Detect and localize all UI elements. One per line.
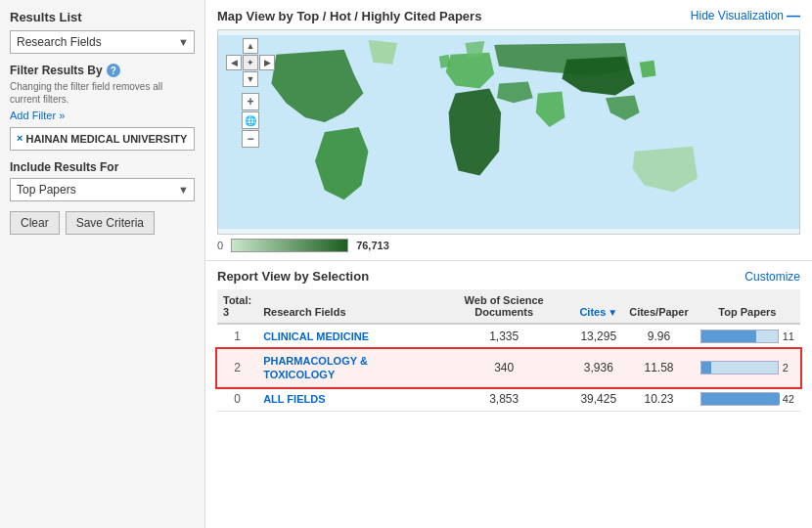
clear-button[interactable]: Clear: [10, 211, 60, 235]
map-area: Map View by Top / Hot / Highly Cited Pap…: [205, 0, 812, 261]
field-link[interactable]: ALL FIELDS: [263, 393, 325, 405]
table-row: 1 CLINICAL MEDICINE 1,335 13,295 9.96 11: [217, 324, 800, 349]
bar-num: 42: [783, 393, 794, 405]
map-header: Map View by Top / Hot / Highly Cited Pap…: [217, 8, 800, 23]
table-header-row: Report View by Selection Customize: [217, 269, 800, 284]
world-map[interactable]: ▲ ◀ ✦ ▶ ▼ + 🌐 −: [217, 29, 800, 235]
hide-visualization-button[interactable]: Hide Visualization —: [691, 8, 800, 23]
filter-title: Filter Results By: [10, 64, 103, 77]
map-controls: ▲ ◀ ✦ ▶ ▼ + 🌐 −: [226, 38, 275, 148]
field-link[interactable]: PHARMACOLOGY & TOXICOLOGY: [263, 355, 368, 380]
hide-viz-icon: —: [787, 8, 800, 23]
table-area: Report View by Selection Customize Total…: [205, 261, 812, 528]
table-row: 2 PHARMACOLOGY & TOXICOLOGY 340 3,936 11…: [217, 349, 800, 387]
cites-label: Cites: [579, 306, 606, 318]
row-field: CLINICAL MEDICINE: [257, 324, 434, 349]
row-rank: 1: [217, 324, 257, 349]
add-filter-link[interactable]: Add Filter »: [10, 110, 195, 121]
map-title: Map View by Top / Hot / Highly Cited Pap…: [217, 9, 481, 23]
row-cites: 3,936: [573, 349, 623, 387]
col-research-fields: Research Fields: [257, 289, 434, 324]
map-svg: [218, 30, 799, 234]
filter-title-row: Filter Results By ?: [10, 64, 195, 77]
row-cites-paper: 10.23: [623, 387, 695, 412]
bar-cell: 42: [700, 392, 794, 406]
filter-remove-icon[interactable]: ×: [17, 132, 23, 144]
col-cites-paper: Cites/Paper: [623, 289, 695, 324]
include-select-wrapper: Top Papers Hot Papers Highly Cited Paper…: [10, 178, 195, 201]
legend-max-label: 76,713: [356, 240, 389, 251]
bar-fill: [701, 393, 780, 405]
total-label: Total:: [223, 294, 251, 306]
table-header-row-el: Total: 3 Research Fields Web of Science …: [217, 289, 800, 324]
row-top-papers: 2: [695, 349, 800, 387]
row-documents: 3,853: [434, 387, 573, 412]
results-list-title: Results List: [10, 10, 195, 24]
row-field: PHARMACOLOGY & TOXICOLOGY: [257, 349, 434, 387]
row-field: ALL FIELDS: [257, 387, 434, 412]
row-rank: 2: [217, 349, 257, 387]
total-header: Total: 3: [217, 289, 257, 324]
row-cites-paper: 9.96: [623, 324, 695, 349]
row-top-papers: 11: [695, 324, 800, 349]
bar-background: [700, 392, 779, 406]
bar-cell: 2: [700, 361, 794, 374]
bar-background: [700, 330, 779, 343]
pan-center-icon: ✦: [243, 55, 258, 70]
filter-help-icon[interactable]: ?: [107, 64, 120, 77]
table-body: 1 CLINICAL MEDICINE 1,335 13,295 9.96 11…: [217, 324, 800, 412]
row-cites-paper: 11.58: [623, 349, 695, 387]
legend-min-label: 0: [217, 240, 223, 251]
pan-control: ▲ ◀ ✦ ▶ ▼: [226, 38, 275, 87]
row-top-papers: 42: [695, 387, 800, 412]
customize-link[interactable]: Customize: [744, 270, 800, 284]
pan-right-button[interactable]: ▶: [259, 55, 275, 70]
results-table: Total: 3 Research Fields Web of Science …: [217, 289, 800, 412]
field-link[interactable]: CLINICAL MEDICINE: [263, 330, 369, 342]
filter-note: Changing the filter field removes all cu…: [10, 80, 195, 106]
hide-viz-label: Hide Visualization: [691, 9, 784, 22]
col-top-papers: Top Papers: [695, 289, 800, 324]
sidebar: Results List Research Fields Countries/R…: [0, 0, 205, 528]
filter-tag: × HAINAN MEDICAL UNIVERSITY: [10, 127, 195, 151]
row-cites: 39,425: [573, 387, 623, 412]
include-select[interactable]: Top Papers Hot Papers Highly Cited Paper…: [10, 178, 195, 201]
col-documents: Web of Science Documents: [434, 289, 573, 324]
bar-fill: [701, 362, 711, 374]
map-legend: 0 76,713: [217, 239, 800, 252]
row-documents: 1,335: [434, 324, 573, 349]
total-value: 3: [223, 306, 229, 318]
button-row: Clear Save Criteria: [10, 211, 195, 235]
bar-fill: [701, 330, 756, 342]
row-cites: 13,295: [573, 324, 623, 349]
bar-background: [700, 361, 779, 374]
filter-tag-text: HAINAN MEDICAL UNIVERSITY: [25, 132, 187, 146]
pan-down-button[interactable]: ▼: [243, 71, 258, 87]
legend-color-bar: [231, 239, 348, 252]
pan-left-button[interactable]: ◀: [226, 55, 242, 70]
col-cites[interactable]: Cites ▼: [573, 289, 623, 324]
bar-num: 2: [783, 362, 789, 374]
main-content: Map View by Top / Hot / Highly Cited Pap…: [205, 0, 812, 528]
results-list-select-wrapper: Research Fields Countries/Regions Organi…: [10, 30, 195, 54]
zoom-out-button[interactable]: −: [242, 130, 259, 148]
zoom-globe-icon[interactable]: 🌐: [242, 111, 259, 129]
zoom-in-button[interactable]: +: [242, 93, 259, 110]
report-title: Report View by Selection: [217, 269, 369, 284]
results-list-select[interactable]: Research Fields Countries/Regions Organi…: [10, 30, 195, 54]
sort-down-icon: ▼: [608, 307, 617, 318]
cites-sort-header[interactable]: Cites ▼: [579, 306, 617, 318]
bar-cell: 11: [700, 330, 794, 343]
row-rank: 0: [217, 387, 257, 412]
include-title: Include Results For: [10, 160, 195, 174]
pan-up-button[interactable]: ▲: [243, 38, 258, 54]
filter-section: Filter Results By ? Changing the filter …: [10, 64, 195, 151]
bar-num: 11: [783, 330, 794, 342]
table-row: 0 ALL FIELDS 3,853 39,425 10.23 42: [217, 387, 800, 412]
save-criteria-button[interactable]: Save Criteria: [66, 211, 155, 235]
include-section: Include Results For Top Papers Hot Paper…: [10, 160, 195, 201]
zoom-controls: + 🌐 −: [242, 93, 259, 148]
row-documents: 340: [434, 349, 573, 387]
